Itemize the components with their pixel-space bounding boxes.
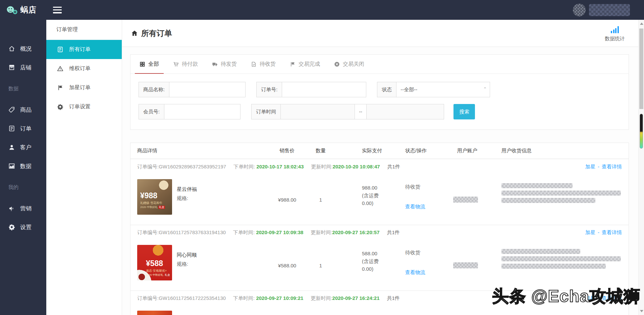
main-content: 所有订单 数据统计 全部 待付款 待发货 bbox=[122, 20, 638, 315]
snail-logo-icon bbox=[6, 5, 18, 15]
view-detail-link[interactable]: 查看详情 bbox=[602, 295, 622, 302]
brand[interactable]: 蜗店 bbox=[0, 5, 46, 15]
document-check-icon bbox=[251, 61, 257, 67]
sidebar-item-marketing[interactable]: 营销 bbox=[0, 199, 46, 218]
tab-pending-shipment[interactable]: 待发货 bbox=[205, 55, 244, 73]
scrollbar-color-marker bbox=[640, 114, 643, 149]
order-group: 订单编号:GW160292896372583952197 下单时间: 2020-… bbox=[130, 159, 629, 225]
sale-price: ¥988.00 bbox=[272, 197, 302, 203]
filter-product-name: 商品名称: bbox=[139, 82, 246, 97]
order-meta-row: 订单编号:GW160117257837633194130 下单时间: 2020-… bbox=[130, 225, 629, 240]
item-count: 共1件 bbox=[387, 164, 400, 170]
orders-table: 商品详情 销售价 数量 实际支付 状态/操作 用户账户 用户收货信息 订单编号:… bbox=[130, 143, 629, 315]
sidebar-item-overview[interactable]: 概况 bbox=[0, 39, 46, 58]
flag-icon bbox=[57, 85, 63, 91]
sidebar-item-analytics[interactable]: 数据 bbox=[0, 157, 46, 175]
product-spec: 规格: bbox=[177, 259, 197, 268]
product-row: ¥988 礼赠级·雪花和牛 2020 中秋好礼礼盒 星云伴福 规格: ¥988.… bbox=[130, 174, 629, 225]
submenu-title: 订单管理 bbox=[46, 20, 122, 40]
submenu-item-dispute-orders[interactable]: 维权订单 bbox=[46, 59, 122, 78]
vertical-scrollbar[interactable] bbox=[638, 20, 644, 315]
view-logistics-link[interactable]: 查看物流 bbox=[405, 204, 453, 210]
sidebar-section-data: 数据 bbox=[0, 77, 46, 100]
scroll-down-icon[interactable] bbox=[640, 310, 643, 312]
tab-all[interactable]: 全部 bbox=[132, 55, 166, 73]
quantity: 1 bbox=[302, 263, 339, 268]
search-button[interactable]: 搜索 bbox=[453, 104, 475, 119]
order-time-end-input[interactable] bbox=[366, 104, 444, 119]
sale-price: ¥588.00 bbox=[272, 263, 302, 268]
view-detail-link[interactable]: 查看详情 bbox=[602, 164, 622, 170]
star-order-link[interactable]: 加星 bbox=[585, 164, 595, 170]
sidebar-item-settings[interactable]: 设置 bbox=[0, 218, 46, 237]
order-time: 下单时间: 2020-09-27 10:09:38 bbox=[233, 229, 303, 236]
filter-status: 状态 --全部-- ˆ bbox=[377, 82, 490, 97]
warning-triangle-icon bbox=[57, 65, 63, 72]
order-list-icon bbox=[57, 46, 63, 53]
store-icon bbox=[8, 64, 15, 71]
product-image[interactable] bbox=[137, 311, 172, 315]
product-name-label: 商品名称: bbox=[139, 82, 169, 97]
shipping-info-redacted bbox=[497, 183, 629, 203]
order-actions: 加星 - 查看详情 bbox=[585, 295, 622, 302]
product-name: 同心同顺 bbox=[177, 250, 197, 259]
tab-closed[interactable]: 交易关闭 bbox=[327, 55, 371, 73]
tab-completed[interactable]: 交易完成 bbox=[283, 55, 327, 73]
content-area: 全部 待付款 待发货 待收货 交易完成 bbox=[122, 47, 638, 315]
actual-paid: 588.00 (含运费 0.00) bbox=[339, 250, 401, 273]
tab-pending-payment[interactable]: 待付款 bbox=[166, 55, 205, 73]
order-actions: 加星 - 查看详情 bbox=[585, 229, 622, 236]
tab-pending-receipt[interactable]: 待收货 bbox=[244, 55, 283, 73]
filter-member-no: 会员号: bbox=[139, 104, 240, 119]
member-no-label: 会员号: bbox=[139, 104, 164, 119]
sidebar-item-products[interactable]: 商品 bbox=[0, 100, 46, 119]
order-number: 订单编号:GW160292896372583952197 bbox=[137, 164, 226, 170]
sidebar: 概况 店铺 数据 商品 订单 客户 数据 我的 营销 设置 bbox=[0, 20, 46, 315]
view-detail-link[interactable]: 查看详情 bbox=[602, 229, 622, 236]
order-no-input[interactable] bbox=[282, 82, 366, 97]
product-name: 星云伴福 bbox=[177, 185, 197, 194]
submenu-item-starred-orders[interactable]: 加星订单 bbox=[46, 78, 122, 97]
order-time-start-input[interactable] bbox=[280, 104, 355, 119]
status-select[interactable]: --全部-- ˆ bbox=[396, 82, 490, 97]
page-title: 所有订单 bbox=[131, 28, 172, 39]
submenu-item-order-settings[interactable]: 订单设置 bbox=[46, 97, 122, 116]
filter-form: 商品名称: 订单号: 状态 --全部-- ˆ bbox=[130, 74, 629, 129]
scroll-up-icon[interactable] bbox=[640, 22, 643, 25]
product-name-input[interactable] bbox=[169, 82, 246, 97]
order-meta-row: 订单编号:GW160292896372583952197 下单时间: 2020-… bbox=[130, 159, 629, 174]
product-spec: 规格: bbox=[177, 194, 197, 203]
link-separator: - bbox=[598, 295, 599, 302]
stats-shortcut[interactable]: 数据统计 bbox=[605, 24, 625, 42]
sidebar-item-customers[interactable]: 客户 bbox=[0, 138, 46, 157]
update-time: 更新时间:2020-09-27 16:24:21 bbox=[311, 295, 379, 302]
order-number: 订单编号:GW160117257837633194130 bbox=[137, 229, 226, 236]
col-actual-paid: 实际支付 bbox=[339, 148, 401, 154]
submenu-item-all-orders[interactable]: 所有订单 bbox=[46, 40, 122, 59]
user-menu[interactable] bbox=[573, 4, 630, 16]
col-status-action: 状态/操作 bbox=[401, 148, 453, 154]
actual-paid: 988.00 (含运费 0.00) bbox=[339, 184, 401, 207]
product-image[interactable]: ¥988 礼赠级·雪花和牛 2020 中秋好礼礼盒 bbox=[137, 179, 172, 215]
product-image[interactable]: ¥588 迷恋·安格斯优+ 2020 中秋好礼礼盒 bbox=[137, 245, 172, 280]
bar-chart-icon bbox=[611, 26, 619, 33]
product-row: ¥588 迷恋·安格斯优+ 2020 中秋好礼礼盒 同心同顺 规格: ¥588.… bbox=[130, 240, 629, 291]
gear-icon bbox=[8, 224, 15, 230]
avatar[interactable] bbox=[573, 4, 586, 16]
member-no-input[interactable] bbox=[164, 104, 240, 119]
username-redacted bbox=[589, 4, 630, 16]
star-order-link[interactable]: 加星 bbox=[585, 229, 595, 236]
order-group: 订单编号:GW160117257837633194130 下单时间: 2020-… bbox=[130, 225, 629, 291]
menu-toggle-icon[interactable] bbox=[53, 7, 62, 13]
x-circle-icon bbox=[334, 61, 340, 67]
star-order-link[interactable]: 加星 bbox=[585, 295, 595, 302]
order-status-cell: 待收货 查看物流 bbox=[401, 250, 453, 276]
user-account-redacted bbox=[453, 197, 478, 203]
scrollbar-thumb[interactable] bbox=[639, 29, 643, 109]
sidebar-item-orders[interactable]: 订单 bbox=[0, 119, 46, 138]
order-submenu: 订单管理 所有订单 维权订单 加星订单 订单设置 bbox=[46, 20, 122, 315]
sidebar-item-shop[interactable]: 店铺 bbox=[0, 58, 46, 77]
col-product-detail: 商品详情 bbox=[130, 148, 272, 154]
chevron-down-icon: ˆ bbox=[484, 87, 486, 92]
view-logistics-link[interactable]: 查看物流 bbox=[405, 269, 453, 276]
